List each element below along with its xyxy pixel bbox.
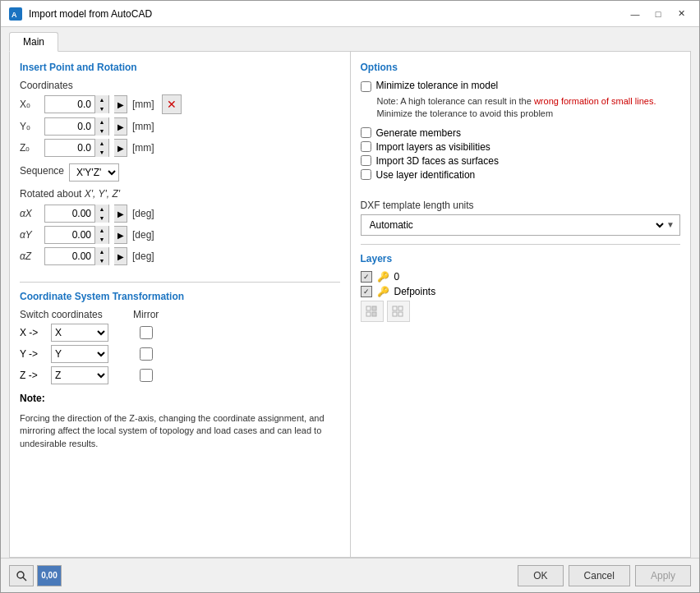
z0-input[interactable]	[45, 140, 94, 156]
minimize-tolerance-label: Minimize tolerance in model	[376, 80, 499, 91]
x0-arrow[interactable]: ▶	[114, 95, 127, 113]
svg-rect-2	[366, 306, 371, 310]
mirror-label: Mirror	[133, 309, 159, 320]
rot-row-az: αZ ▲ ▼ ▶ [deg]	[20, 247, 340, 265]
mirror-checkboxes	[133, 324, 159, 384]
ax-down-btn[interactable]: ▼	[95, 214, 108, 223]
dialog-buttons: OK Cancel Apply	[518, 565, 691, 586]
x-to-select[interactable]: XYZ	[51, 324, 108, 342]
z0-label: Z₀	[20, 142, 39, 154]
pick-point-btn[interactable]: ✕	[162, 94, 182, 114]
import-layers-checkbox[interactable]	[361, 141, 371, 152]
coord-row-z0: Z₀ ▲ ▼ ▶ [mm]	[20, 139, 340, 157]
z0-down-btn[interactable]: ▼	[95, 148, 108, 157]
layer-0-key-icon: 🔑	[377, 271, 389, 283]
y0-spin-btns: ▲ ▼	[94, 117, 108, 136]
z-to-select[interactable]: ZXY	[51, 366, 108, 384]
option-import-3d: Import 3D faces as surfaces	[361, 155, 681, 167]
az-input[interactable]	[45, 248, 94, 264]
layer-0-checkbox[interactable]: ✓	[361, 271, 372, 283]
select-all-layers-btn[interactable]	[361, 301, 384, 322]
dxf-label: DXF template length units	[361, 200, 681, 211]
z0-up-btn[interactable]: ▲	[95, 139, 108, 148]
dxf-select[interactable]: Automatic	[366, 215, 667, 235]
info-button[interactable]: 0,00	[37, 565, 62, 586]
y-to-select[interactable]: YXZ	[51, 345, 108, 363]
ax-up-btn[interactable]: ▲	[95, 205, 108, 214]
svg-point-10	[17, 572, 24, 578]
az-label: αZ	[20, 251, 39, 262]
generate-members-checkbox[interactable]	[361, 127, 371, 138]
layer-defpoints-check-icon: ✓	[363, 287, 370, 296]
sequence-row: Sequence X'Y'Z'	[20, 163, 340, 182]
ay-down-btn[interactable]: ▼	[95, 235, 108, 244]
note-content: Forcing the direction of the Z-axis, cha…	[20, 412, 340, 450]
main-window: A Import model from AutoCAD — □ ✕ Main I…	[0, 0, 700, 593]
ay-arrow[interactable]: ▶	[114, 226, 127, 244]
mirror-y-checkbox[interactable]	[140, 347, 153, 361]
layers-section: Layers ✓ 🔑 0 ✓ 🔑 Defpoints	[361, 244, 681, 547]
tab-bar: Main	[1, 27, 699, 51]
coord-row-x0: X₀ ▲ ▼ ▶ [mm] ✕	[20, 94, 340, 114]
y0-up-btn[interactable]: ▲	[95, 117, 108, 126]
az-up-btn[interactable]: ▲	[95, 247, 108, 256]
ax-arrow[interactable]: ▶	[114, 205, 127, 223]
x0-input-wrapper: ▲ ▼	[44, 95, 109, 113]
ay-label: αY	[20, 229, 39, 241]
az-unit: [deg]	[132, 251, 157, 262]
ay-input[interactable]	[45, 227, 94, 243]
apply-button[interactable]: Apply	[635, 565, 691, 586]
option-minimize-tolerance: Minimize tolerance in model	[361, 80, 681, 92]
tab-main[interactable]: Main	[9, 32, 58, 52]
svg-rect-8	[398, 306, 403, 310]
y0-unit: [mm]	[132, 121, 157, 132]
dxf-dropdown[interactable]: Automatic ▼	[361, 214, 681, 236]
title-bar: A Import model from AutoCAD — □ ✕	[1, 1, 699, 27]
y0-down-btn[interactable]: ▼	[95, 126, 108, 136]
az-down-btn[interactable]: ▼	[95, 256, 108, 265]
z0-arrow[interactable]: ▶	[114, 139, 127, 157]
x0-up-btn[interactable]: ▲	[95, 95, 108, 104]
generate-members-label: Generate members	[376, 127, 461, 139]
ax-input-wrapper: ▲ ▼	[44, 205, 109, 223]
x0-spin-btns: ▲ ▼	[94, 95, 108, 113]
sequence-select-wrapper[interactable]: X'Y'Z'	[69, 163, 119, 182]
layer-defpoints-checkbox[interactable]: ✓	[361, 286, 372, 297]
az-arrow[interactable]: ▶	[114, 247, 127, 265]
search-icon	[15, 569, 28, 582]
z0-input-wrapper: ▲ ▼	[44, 139, 109, 157]
layer-id-checkbox[interactable]	[361, 169, 371, 180]
import-3d-checkbox[interactable]	[361, 155, 371, 166]
option-import-layers: Import layers as visibilities	[361, 141, 681, 153]
y0-arrow[interactable]: ▶	[114, 117, 127, 136]
y0-label: Y₀	[20, 121, 39, 132]
ok-button[interactable]: OK	[518, 565, 563, 586]
mirror-x-checkbox[interactable]	[140, 326, 153, 339]
layer-0-check-icon: ✓	[363, 273, 370, 281]
ax-input[interactable]	[45, 205, 94, 222]
cancel-button[interactable]: Cancel	[569, 565, 630, 586]
sequence-select[interactable]: X'Y'Z'	[70, 164, 118, 181]
layer-0-name: 0	[394, 271, 400, 283]
close-button[interactable]: ✕	[671, 6, 691, 22]
minimize-tolerance-checkbox[interactable]	[361, 81, 371, 92]
y0-input-wrapper: ▲ ▼	[44, 117, 109, 136]
az-input-wrapper: ▲ ▼	[44, 247, 109, 265]
x0-down-btn[interactable]: ▼	[95, 104, 108, 113]
app-icon: A	[9, 7, 22, 21]
search-button[interactable]	[9, 565, 34, 586]
ax-unit: [deg]	[132, 208, 157, 219]
ay-up-btn[interactable]: ▲	[95, 226, 108, 235]
window-controls: — □ ✕	[625, 6, 691, 22]
y0-input[interactable]	[45, 118, 94, 135]
minimize-button[interactable]: —	[625, 6, 645, 22]
z0-unit: [mm]	[132, 142, 157, 154]
rot-row-ay: αY ▲ ▼ ▶ [deg]	[20, 226, 340, 244]
x0-input[interactable]	[45, 96, 94, 113]
deselect-all-layers-btn[interactable]	[387, 301, 410, 322]
mirror-z-checkbox[interactable]	[140, 369, 153, 382]
layer-defpoints-key-icon: 🔑	[377, 286, 389, 297]
svg-rect-5	[372, 312, 376, 316]
svg-rect-9	[398, 312, 403, 316]
maximize-button[interactable]: □	[648, 6, 668, 22]
